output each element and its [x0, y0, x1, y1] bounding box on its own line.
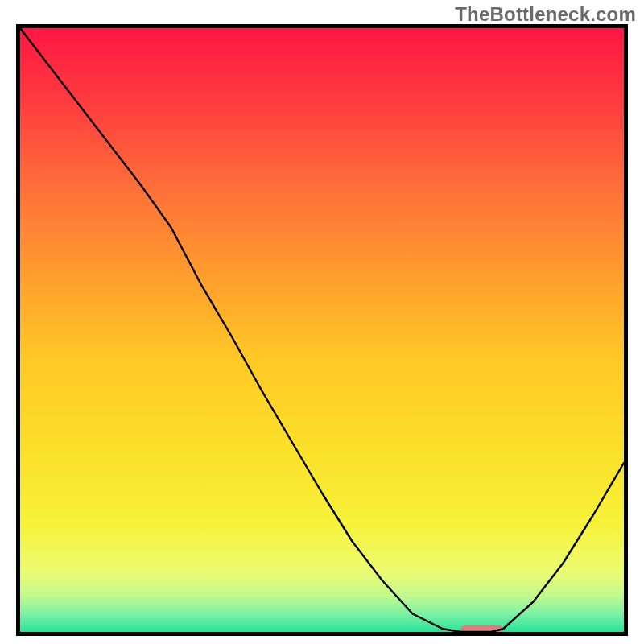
watermark-text: TheBottleneck.com [455, 3, 636, 26]
plot-svg [20, 28, 624, 632]
plot-area [16, 24, 628, 636]
chart-container: TheBottleneck.com [0, 0, 644, 644]
gradient-background [20, 28, 624, 632]
